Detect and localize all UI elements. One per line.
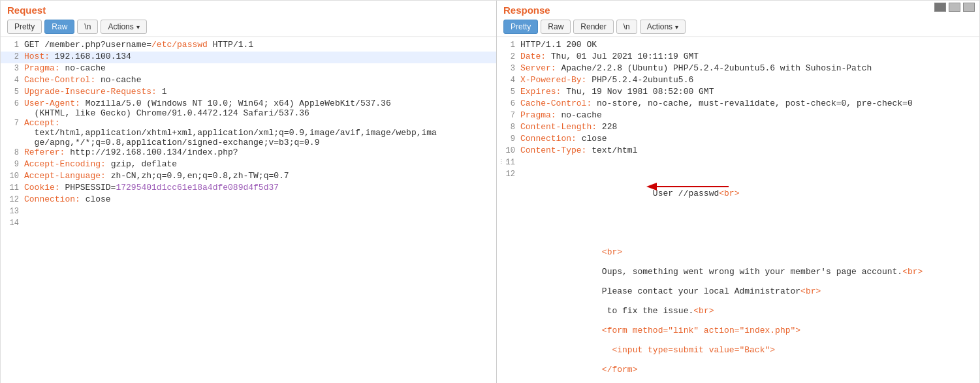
table-row: 8 Referer: http://192.168.100.134/index.… — [1, 147, 496, 159]
minus-icon[interactable] — [949, 3, 960, 12]
table-row: 5 Upgrade-Insecure-Requests: 1 — [1, 87, 496, 99]
table-row: 6 User-Agent: Mozilla/5.0 (Windows NT 10… — [1, 99, 496, 118]
table-row: 3 Server: Apache/2.2.8 (Ubuntu) PHP/5.2.… — [497, 63, 979, 75]
table-row: 5 Expires: Thu, 19 Nov 1981 08:52:00 GMT — [497, 87, 979, 99]
request-n-btn[interactable]: \n — [77, 20, 98, 34]
table-row: 10 Content-Type: text/html — [497, 146, 979, 157]
table-row: 2 Date: Thu, 01 Jul 2021 10:11:19 GMT — [497, 52, 979, 63]
request-panel-header: Request Pretty Raw \n Actions — [1, 1, 496, 37]
table-row: 9 Connection: close — [497, 134, 979, 146]
table-row: 12 Connection: close — [1, 194, 496, 206]
response-content: 1 HTTP/1.1 200 OK 2 Date: Thu, 01 Jul 20… — [497, 37, 979, 383]
table-row: 4 Cache-Control: no-cache — [1, 75, 496, 87]
arrow-annotation — [654, 180, 732, 193]
table-row: 12 User //passwd<br> — [497, 169, 979, 383]
request-pretty-btn[interactable]: Pretty — [7, 20, 42, 34]
table-row: 7 Accept: text/html,application/xhtml+xm… — [1, 118, 496, 147]
table-row: 2 Host: 192.168.100.134 — [1, 52, 496, 63]
response-pretty-btn[interactable]: Pretty — [503, 20, 538, 34]
response-panel: Response Pretty Raw Render \n Actions 1 … — [497, 1, 979, 383]
response-title: Response — [503, 5, 973, 16]
table-row: ⋮⋮ 11 — [497, 157, 979, 169]
table-row: 6 Cache-Control: no-store, no-cache, mus… — [497, 99, 979, 110]
grid-icon[interactable] — [934, 3, 946, 12]
table-row: 4 X-Powered-By: PHP/5.2.4-2ubuntu5.6 — [497, 75, 979, 87]
table-row: 13 — [1, 206, 496, 218]
request-content: 1 GET /member.php?username=/etc/passwd H… — [1, 37, 496, 383]
response-n-btn[interactable]: \n — [616, 20, 637, 34]
table-row: 1 GET /member.php?username=/etc/passwd H… — [1, 40, 496, 52]
table-row: 1 HTTP/1.1 200 OK — [497, 40, 979, 52]
table-row: 10 Accept-Language: zh-CN,zh;q=0.9,en;q=… — [1, 171, 496, 183]
response-toolbar: Pretty Raw Render \n Actions — [503, 20, 973, 34]
request-raw-btn[interactable]: Raw — [44, 20, 74, 34]
table-row: 11 Cookie: PHPSESSID=17295401d1cc61e18a4… — [1, 183, 496, 194]
response-raw-btn[interactable]: Raw — [541, 20, 571, 34]
response-actions-btn[interactable]: Actions — [640, 20, 686, 34]
close-icon[interactable] — [963, 3, 975, 12]
request-title: Request — [7, 5, 490, 16]
request-toolbar: Pretty Raw \n Actions — [7, 20, 490, 34]
table-row: 3 Pragma: no-cache — [1, 63, 496, 75]
request-panel: Request Pretty Raw \n Actions 1 GET /mem… — [1, 1, 497, 383]
table-row: 9 Accept-Encoding: gzip, deflate — [1, 159, 496, 171]
response-panel-header: Response Pretty Raw Render \n Actions — [497, 1, 979, 37]
table-row: 8 Content-Length: 228 — [497, 122, 979, 134]
response-render-btn[interactable]: Render — [573, 20, 613, 34]
table-row: 14 — [1, 218, 496, 230]
table-row: 7 Pragma: no-cache — [497, 110, 979, 122]
request-actions-btn[interactable]: Actions — [101, 20, 146, 34]
